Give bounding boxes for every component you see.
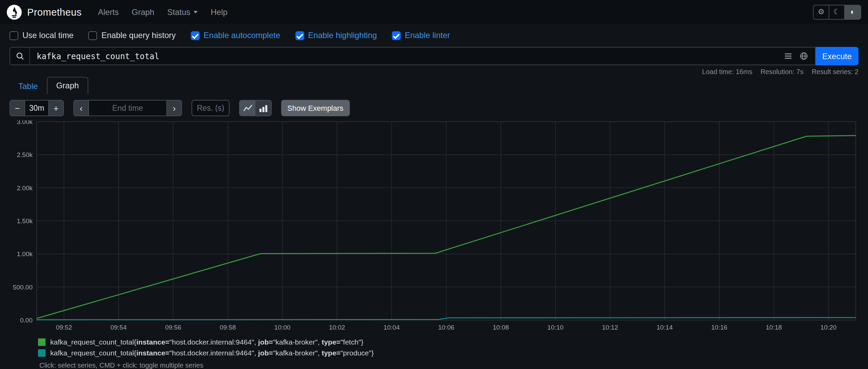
svg-text:10:18: 10:18: [766, 324, 782, 331]
svg-text:1.00k: 1.00k: [17, 250, 33, 258]
svg-text:09:54: 09:54: [110, 324, 127, 331]
svg-text:10:04: 10:04: [383, 324, 400, 331]
range-input[interactable]: [24, 100, 49, 116]
line-graph-button[interactable]: [239, 100, 255, 116]
svg-text:09:56: 09:56: [165, 324, 181, 331]
graph-legend: kafka_request_count_total{instance="host…: [38, 338, 868, 357]
stacked-chart-icon: [258, 104, 268, 112]
svg-text:10:14: 10:14: [656, 324, 673, 331]
increase-range-button[interactable]: +: [49, 100, 64, 116]
stacked-graph-button[interactable]: [255, 100, 272, 116]
brand[interactable]: Prometheus: [7, 4, 82, 19]
checkbox-label: Enable highlighting: [308, 31, 377, 40]
tab-graph[interactable]: Graph: [47, 77, 88, 94]
svg-text:10:20: 10:20: [820, 324, 837, 331]
enable-autocomplete-checkbox[interactable]: Enable autocomplete: [191, 31, 281, 40]
load-time: Load time: 16ms: [702, 68, 753, 75]
svg-text:0.00: 0.00: [20, 317, 33, 324]
query-stats: Load time: 16ms Resolution: 7s Result se…: [0, 68, 858, 75]
globe-icon[interactable]: [799, 52, 808, 60]
checkbox-icon: [89, 31, 97, 40]
nav-help[interactable]: Help: [211, 7, 228, 17]
svg-text:2.50k: 2.50k: [17, 151, 33, 158]
line-chart-icon: [243, 104, 252, 112]
theme-toggle-group: ⚙ ☾ ◐: [813, 4, 861, 19]
checkbox-label: Use local time: [22, 31, 74, 40]
moon-icon: ☾: [833, 8, 840, 16]
svg-text:1.50k: 1.50k: [17, 217, 33, 225]
query-options: Use local time Enable query history Enab…: [0, 24, 868, 46]
tab-table[interactable]: Table: [10, 78, 47, 94]
legend-swatch: [38, 349, 46, 356]
gear-icon: ⚙: [818, 8, 825, 16]
resolution-input[interactable]: [192, 100, 230, 116]
chevron-down-icon: [194, 11, 198, 13]
svg-text:09:58: 09:58: [220, 324, 236, 331]
search-icon: [10, 47, 30, 65]
legend-swatch: [38, 338, 46, 346]
prometheus-app: Prometheus Alerts Graph Status Help ⚙ ☾ …: [0, 0, 868, 369]
svg-text:10:02: 10:02: [329, 324, 345, 331]
half-circle-icon: ◐: [850, 8, 855, 16]
svg-text:10:16: 10:16: [711, 324, 727, 331]
graph-controls: − + ‹ › Show Exemplars: [10, 100, 858, 116]
enable-linter-checkbox[interactable]: Enable linter: [392, 31, 450, 40]
nav-status-label: Status: [167, 7, 190, 17]
svg-text:10:06: 10:06: [438, 324, 454, 331]
nav-alerts[interactable]: Alerts: [98, 7, 119, 17]
theme-dark-button[interactable]: ☾: [829, 5, 845, 19]
checkbox-icon: [392, 31, 401, 40]
graph-type-group: [239, 100, 272, 116]
svg-text:10:10: 10:10: [547, 324, 564, 331]
checkbox-icon: [191, 31, 200, 40]
resolution-stat: Resolution: 7s: [760, 68, 803, 75]
brand-title: Prometheus: [27, 6, 82, 17]
settings-gear-button[interactable]: ⚙: [814, 5, 829, 19]
decrease-range-button[interactable]: −: [10, 100, 24, 116]
navbar: Prometheus Alerts Graph Status Help ⚙ ☾ …: [0, 0, 868, 24]
result-series-stat: Result series: 2: [812, 68, 858, 75]
nav-graph[interactable]: Graph: [132, 7, 155, 17]
svg-text:2.00k: 2.00k: [17, 184, 33, 192]
range-group: − +: [10, 100, 64, 116]
svg-text:10:12: 10:12: [602, 324, 618, 331]
legend-label: kafka_request_count_total{instance="host…: [50, 349, 374, 357]
query-input[interactable]: [30, 47, 777, 65]
svg-text:10:00: 10:00: [274, 324, 291, 331]
end-time-input[interactable]: [88, 100, 167, 116]
checkbox-label: Enable linter: [405, 31, 450, 40]
theme-auto-button[interactable]: ◐: [845, 5, 861, 19]
legend-item[interactable]: kafka_request_count_total{instance="host…: [38, 338, 868, 346]
graph-panel: 0.00500.001.00k1.50k2.00k2.50k3.00k09:52…: [10, 120, 858, 332]
checkbox-icon: [295, 31, 304, 40]
query-inline-actions: [777, 47, 815, 65]
svg-text:10:08: 10:08: [493, 324, 509, 331]
legend-item[interactable]: kafka_request_count_total{instance="host…: [38, 349, 868, 357]
forward-time-button[interactable]: ›: [167, 100, 182, 116]
enable-highlighting-checkbox[interactable]: Enable highlighting: [295, 31, 377, 40]
checkbox-icon: [10, 31, 18, 40]
end-time-group: ‹ ›: [73, 100, 182, 116]
legend-label: kafka_request_count_total{instance="host…: [50, 338, 363, 346]
execute-button[interactable]: Execute: [815, 47, 858, 65]
svg-text:500.00: 500.00: [13, 284, 33, 291]
graph-canvas[interactable]: 0.00500.001.00k1.50k2.00k2.50k3.00k09:52…: [10, 120, 858, 332]
use-local-time-checkbox[interactable]: Use local time: [10, 31, 74, 40]
prometheus-logo-icon: [7, 4, 22, 19]
checkbox-label: Enable autocomplete: [204, 31, 281, 40]
checkbox-label: Enable query history: [102, 31, 176, 40]
show-exemplars-button[interactable]: Show Exemplars: [281, 100, 349, 116]
enable-query-history-checkbox[interactable]: Enable query history: [89, 31, 176, 40]
back-time-button[interactable]: ‹: [73, 100, 88, 116]
panel-tabs: Table Graph: [10, 77, 858, 94]
metrics-explorer-icon[interactable]: [783, 52, 792, 60]
svg-text:3.00k: 3.00k: [17, 120, 33, 125]
query-bar: Execute: [10, 47, 858, 65]
nav-links: Alerts Graph Status Help: [98, 7, 813, 17]
nav-status[interactable]: Status: [167, 7, 198, 17]
svg-text:09:52: 09:52: [56, 324, 72, 331]
legend-hint: Click: select series, CMD + click: toggl…: [39, 362, 868, 369]
